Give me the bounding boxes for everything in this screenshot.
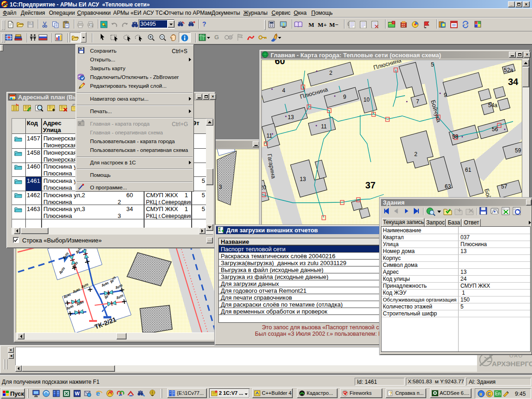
svg-text:C: C: [487, 391, 491, 397]
svg-text:2: 2: [329, 70, 332, 76]
svg-text:4: 4: [282, 87, 285, 94]
svg-text:34: 34: [508, 77, 519, 87]
svg-text:61: 61: [465, 167, 472, 173]
svg-text:58: 58: [452, 133, 459, 140]
svg-text:9: 9: [343, 94, 346, 100]
svg-text:59: 59: [515, 147, 521, 154]
svg-text:e: e: [96, 390, 100, 397]
svg-text:я: я: [479, 392, 482, 397]
svg-text:13: 13: [300, 176, 306, 182]
svg-text:56: 56: [492, 126, 498, 133]
svg-text:9: 9: [444, 92, 447, 98]
svg-text:1С: 1С: [3, 2, 8, 6]
svg-text:57: 57: [501, 183, 508, 190]
svg-text:37: 37: [365, 180, 375, 190]
svg-text:АРХЭНЕРГО: АРХЭНЕРГО: [492, 360, 532, 368]
svg-text:W: W: [75, 391, 80, 396]
svg-text:?: ?: [389, 391, 392, 396]
svg-text:60: 60: [275, 60, 285, 66]
svg-text:20: 20: [262, 184, 266, 191]
svg-text:11: 11: [321, 123, 327, 130]
svg-text:52а: 52а: [504, 67, 513, 73]
svg-text:Σ: Σ: [218, 227, 221, 232]
svg-text:11: 11: [266, 133, 272, 139]
svg-text:13: 13: [288, 114, 294, 121]
svg-text:5: 5: [431, 61, 434, 68]
svg-text:3: 3: [219, 184, 222, 190]
svg-text:10: 10: [363, 97, 370, 103]
svg-text:2: 2: [414, 151, 417, 157]
svg-text:54а: 54а: [488, 102, 497, 109]
svg-text:7: 7: [416, 98, 419, 105]
svg-text:63: 63: [445, 183, 451, 190]
